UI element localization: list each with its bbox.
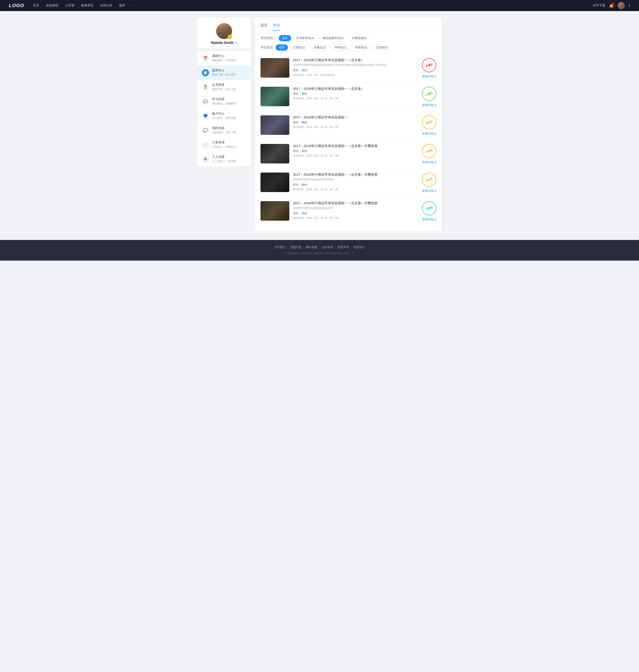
filter-status-btn-未通过(2)[interactable]: 未通过(2) xyxy=(310,44,329,51)
menu-subtitle: 课后重温，疑难解答 xyxy=(212,102,246,106)
menu-icon: 💭 xyxy=(202,127,209,134)
detail-link[interactable]: 查看详情 xyxy=(422,218,436,222)
filter-type-row: 考试类型： 全部证书类考试(4)随机抽题考试(5)付费批卷(6) xyxy=(261,35,436,41)
bell-badge: 1 xyxy=(611,3,614,6)
filter-status-label: 考试状态 xyxy=(261,46,273,49)
sidebar-item-我的消息[interactable]: 💭 我的消息 消息通知，及时了解 xyxy=(198,123,251,138)
sidebar-item-课程中心[interactable]: 📅 课程中心 精彩课程，不容错过 xyxy=(198,51,251,65)
footer-separator: | xyxy=(351,245,352,249)
detail-link[interactable]: 查看详情 xyxy=(422,189,436,193)
sidebar-item-学习问答[interactable]: 💬 学习问答 课后重温，疑难解答 xyxy=(198,94,251,109)
menu-title: 我的消息 xyxy=(212,126,246,130)
detail-link[interactable]: 查看详情 xyxy=(422,103,436,107)
exam-title: 2017－2018年行测证件考试全国统一（北京卷） xyxy=(293,58,410,62)
exam-thumb-image xyxy=(261,87,289,106)
exam-thumbnail xyxy=(261,58,289,78)
tab-题库[interactable]: 题库 xyxy=(261,23,268,30)
detail-link[interactable]: 查看详情 xyxy=(422,160,436,164)
nav-link[interactable]: 公开课 xyxy=(65,3,74,7)
content-area: 题库考试 考试类型： 全部证书类考试(4)随机抽题考试(5)付费批卷(6) 考试… xyxy=(255,18,441,231)
menu-title: 课程中心 xyxy=(212,54,246,58)
menu-title: 学习问答 xyxy=(212,97,246,101)
sidebar-item-证书荣誉[interactable]: 🏅 证书荣誉 收获荣誉，持证上岗 xyxy=(198,80,251,94)
navbar: LOGO 首页发现课程公开课新闻资讯问答社区题库··· APP下载 1 ▾ xyxy=(0,0,639,11)
filter-status-row: 考试状态 全部已通过(2)未通过(2)待考试(2)待批阅(2)已批阅(2) xyxy=(261,44,436,51)
footer-separator: | xyxy=(303,245,304,249)
menu-text: 个人设置 个人信息，一键管理 xyxy=(212,155,246,163)
sidebar-item-题库中心[interactable]: 📋 题库中心 海量习题，助力通关 xyxy=(198,65,251,80)
menu-subtitle: 海量习题，助力通关 xyxy=(212,73,246,77)
filter-type-btn-全部[interactable]: 全部 xyxy=(279,35,291,41)
exam-score: 得分：25分 xyxy=(293,211,410,215)
exam-score: 得分：25分 xyxy=(293,68,410,72)
menu-text: 课程中心 精彩课程，不容错过 xyxy=(212,54,246,62)
bell-icon[interactable]: 1 xyxy=(609,3,614,8)
exam-thumb-image xyxy=(261,115,289,135)
exam-thumbnail xyxy=(261,173,289,192)
exam-thumb-image xyxy=(261,58,289,78)
footer-link-招贤纳士[interactable]: 招贤纳士 xyxy=(353,245,365,249)
exam-info: 2017－2018年行测证件考试全国统一（北京卷）付费批卷 2018年行测考试是… xyxy=(293,201,410,220)
filter-type-label: 考试类型： xyxy=(261,36,276,40)
nav-link[interactable]: ··· xyxy=(132,3,135,7)
footer-separator: | xyxy=(287,245,288,249)
nav-link[interactable]: 首页 xyxy=(33,3,39,7)
exam-action: 已通过 查看详情 xyxy=(414,87,436,107)
footer-link-免责声明[interactable]: 免责声明 xyxy=(338,245,349,249)
chevron-down-icon[interactable]: ▾ xyxy=(629,4,630,7)
menu-text: 我的消息 消息通知，及时了解 xyxy=(212,126,246,134)
nav-link[interactable]: 新闻资讯 xyxy=(81,3,93,7)
filter-type-btn-付费批卷(6)[interactable]: 付费批卷(6) xyxy=(348,35,370,41)
footer-separator: | xyxy=(335,245,336,249)
exam-list: 2017－2018年行测证件考试全国统一（北京卷） 2018年行测考试是最值得多… xyxy=(261,54,436,226)
filter-type-btn-证书类考试(4)[interactable]: 证书类考试(4) xyxy=(293,35,317,41)
footer-link-关于我们[interactable]: 关于我们 xyxy=(274,245,286,249)
footer-link-网站地图[interactable]: 网站地图 xyxy=(306,245,317,249)
menu-title: 订单管理 xyxy=(212,141,246,145)
footer-link-加盟代理[interactable]: 加盟代理 xyxy=(290,245,301,249)
exam-thumbnail xyxy=(261,201,289,221)
profile-badge: 🏆 xyxy=(228,35,232,39)
exam-title: 2017－2018年行测证件考试全国统一 xyxy=(293,115,410,119)
menu-icon: 📅 xyxy=(202,55,209,62)
filter-status-btn-待批阅(2)[interactable]: 待批阅(2) xyxy=(352,44,371,51)
app-download[interactable]: APP下载 xyxy=(593,3,605,7)
detail-link[interactable]: 查看详情 xyxy=(422,132,436,136)
footer-copyright: Copyright© 云朵商学院 版权所有 京ICP备17051340号－1 xyxy=(9,252,630,255)
exam-status-stamp: 待批阅 xyxy=(420,171,438,188)
filter-status-btn-全部[interactable]: 全部 xyxy=(276,44,288,51)
detail-link[interactable]: 查看详情 xyxy=(422,75,436,79)
exam-item: 2017－2018年行测证件考试全国统一（北京卷）付费批卷 2018年行测考试是… xyxy=(261,197,436,226)
nav-link[interactable]: 问答社区 xyxy=(100,3,112,7)
menu-title: 证书荣誉 xyxy=(212,83,246,87)
navbar-right: APP下载 1 ▾ xyxy=(593,2,630,9)
avatar[interactable] xyxy=(618,2,625,9)
menu-subtitle: 个人信息，一键管理 xyxy=(212,159,246,163)
nav-link[interactable]: 发现课程 xyxy=(46,3,58,7)
exam-info: 2017－2018年行测证件考试全国统一（北京卷）付费批卷 得分：25分 考试时… xyxy=(293,144,410,158)
sidebar-item-个人设置[interactable]: ⚙ 个人设置 个人信息，一键管理 xyxy=(198,152,251,166)
sidebar-item-账户中心[interactable]: 💙 账户中心 个人权益，实时掌握 xyxy=(198,109,251,123)
filter-type-btn-随机抽题考试(5)[interactable]: 随机抽题考试(5) xyxy=(319,35,347,41)
profile-name: Natalie Smith ✏ xyxy=(201,41,247,45)
sidebar-menu: 📅 课程中心 精彩课程，不容错过 📋 题库中心 海量习题，助力通关 🏅 证书荣誉… xyxy=(198,51,251,166)
exam-status-stamp: 待考试 xyxy=(420,114,438,131)
exam-action: 未通过 查看详情 xyxy=(414,58,436,79)
exam-thumbnail xyxy=(261,87,289,106)
exam-item: 2017－2018年行测证件考试全国统一 得分：99分 考试时间：2019－05… xyxy=(261,111,436,140)
filter-status-btn-待考试(2)[interactable]: 待考试(2) xyxy=(331,44,350,51)
page-tabs: 题库考试 xyxy=(261,23,436,31)
filter-status-btn-已批阅(2)[interactable]: 已批阅(2) xyxy=(372,44,391,51)
filter-status-btn-已通过(2)[interactable]: 已通过(2) xyxy=(290,44,309,51)
menu-subtitle: 个人权益，实时掌握 xyxy=(212,116,246,120)
footer-link-合作伙伴[interactable]: 合作伙伴 xyxy=(322,245,333,249)
profile-card: 🏆 Natalie Smith ✏ xyxy=(198,18,251,48)
profile-edit-icon[interactable]: ✏ xyxy=(235,41,237,44)
menu-icon: 🏅 xyxy=(202,84,209,91)
menu-title: 账户中心 xyxy=(212,112,246,116)
nav-link[interactable]: 题库 xyxy=(119,3,125,7)
menu-icon: 📋 xyxy=(202,69,209,76)
exam-action: 待批阅 查看详情 xyxy=(414,173,436,193)
tab-考试[interactable]: 考试 xyxy=(273,23,280,30)
sidebar-item-订单管理[interactable]: 📄 订单管理 订单支出，明明白白 xyxy=(198,138,251,152)
